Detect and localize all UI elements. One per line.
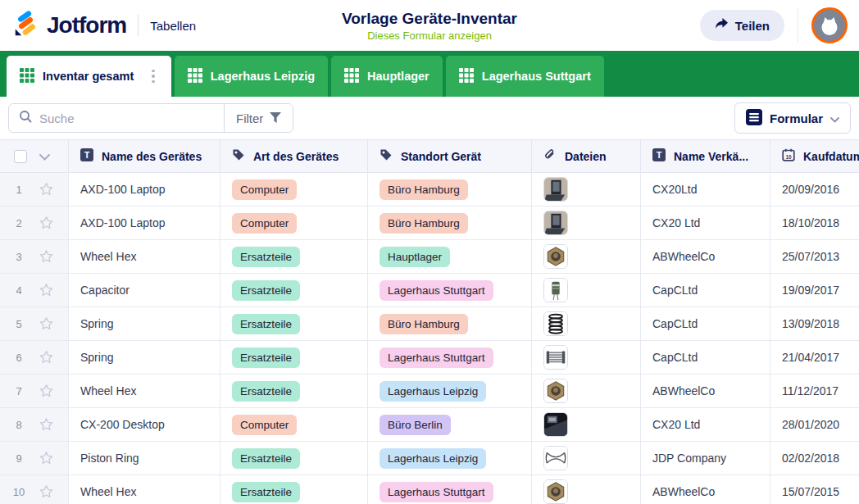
- cell-art[interactable]: Ersatzteile: [220, 240, 367, 273]
- star-icon[interactable]: [39, 316, 54, 331]
- cell-verkaeufer[interactable]: CapCLtd: [640, 274, 770, 306]
- star-icon[interactable]: [39, 249, 54, 264]
- cell-kaufdatum[interactable]: 19/09/2017: [770, 274, 859, 306]
- cell-kaufdatum[interactable]: 15/07/2015: [770, 475, 859, 504]
- cell-standort[interactable]: Büro Hamburg: [367, 173, 531, 206]
- cell-standort[interactable]: Lagerhaus Leipzig: [367, 442, 531, 474]
- cell-art[interactable]: Ersatzteile: [220, 475, 367, 504]
- cell-name[interactable]: Piston Ring: [68, 442, 220, 474]
- column-header-art-des-ger-tes[interactable]: Art des Gerätes: [220, 140, 367, 172]
- cell-kaufdatum[interactable]: 20/09/2016: [770, 173, 859, 206]
- cell-kaufdatum[interactable]: 13/09/2018: [770, 307, 859, 340]
- cell-standort[interactable]: Hauptlager: [367, 240, 531, 273]
- cell-standort[interactable]: Lagerhaus Stuttgart: [367, 274, 531, 306]
- cell-name[interactable]: Wheel Hex: [68, 375, 220, 407]
- cell-verkaeufer[interactable]: CX20Ltd: [640, 173, 770, 206]
- cell-standort[interactable]: Lagerhaus Stuttgart: [367, 341, 531, 374]
- cell-kaufdatum[interactable]: 21/04/2017: [770, 341, 859, 374]
- cell-kaufdatum[interactable]: 25/07/2013: [770, 240, 859, 273]
- cell-kaufdatum[interactable]: 11/12/2017: [770, 375, 859, 407]
- hex-nut-photo[interactable]: [543, 379, 568, 403]
- star-icon[interactable]: [39, 417, 54, 432]
- user-avatar[interactable]: [811, 7, 848, 43]
- cell-dateien[interactable]: [531, 475, 640, 504]
- column-header-name-verk-[interactable]: TName Verkä...: [640, 140, 770, 172]
- cell-standort[interactable]: Büro Hamburg: [367, 307, 531, 340]
- share-button[interactable]: Teilen: [700, 10, 784, 41]
- cell-verkaeufer[interactable]: ABWheelCo: [640, 240, 770, 273]
- cell-name[interactable]: Spring: [68, 307, 220, 340]
- cell-dateien[interactable]: [531, 341, 640, 374]
- cell-dateien[interactable]: [531, 375, 640, 407]
- cell-verkaeufer[interactable]: ABWheelCo: [640, 375, 770, 407]
- star-icon[interactable]: [39, 384, 54, 398]
- cell-standort[interactable]: Büro Berlin: [367, 408, 531, 441]
- cell-kaufdatum[interactable]: 28/01/2020: [770, 408, 859, 441]
- tab-menu-kebab-icon[interactable]: [148, 67, 158, 86]
- cell-name[interactable]: Wheel Hex: [68, 240, 220, 273]
- star-icon[interactable]: [39, 451, 54, 465]
- laptop-photo[interactable]: [543, 177, 568, 202]
- hex-nut-photo[interactable]: [543, 479, 568, 504]
- search-box[interactable]: [9, 104, 224, 132]
- jotform-logo[interactable]: Jotform: [11, 10, 126, 41]
- laptop-photo[interactable]: [543, 211, 568, 235]
- column-header-standort-ger-t[interactable]: Standort Gerät: [367, 140, 531, 172]
- cell-art[interactable]: Computer: [220, 408, 367, 441]
- cell-standort[interactable]: Lagerhaus Leipzig: [367, 375, 531, 407]
- cell-art[interactable]: Ersatzteile: [220, 341, 367, 374]
- view-form-link[interactable]: Dieses Formular anzeigen: [342, 30, 517, 42]
- cell-name[interactable]: CX-200 Desktop: [68, 408, 220, 441]
- tab-lagerhaus-suttgart[interactable]: Lagerhaus Suttgart: [446, 56, 604, 97]
- cell-dateien[interactable]: [531, 207, 640, 239]
- cell-verkaeufer[interactable]: CX20 Ltd: [640, 408, 770, 441]
- select-all-checkbox[interactable]: [14, 150, 27, 163]
- cell-name[interactable]: AXD-100 Laptop: [68, 173, 220, 206]
- cell-art[interactable]: Ersatzteile: [220, 442, 367, 474]
- cell-art[interactable]: Ersatzteile: [220, 274, 367, 306]
- search-input[interactable]: [39, 111, 214, 125]
- spring-photo[interactable]: [543, 311, 568, 336]
- form-view-button[interactable]: Formular: [734, 102, 851, 134]
- cell-verkaeufer[interactable]: CX20 Ltd: [640, 207, 770, 239]
- cell-name[interactable]: Wheel Hex: [68, 475, 220, 504]
- cell-art[interactable]: Ersatzteile: [220, 375, 367, 407]
- cell-dateien[interactable]: [531, 307, 640, 340]
- cell-kaufdatum[interactable]: 02/02/2018: [770, 442, 859, 474]
- filter-button[interactable]: Filter: [224, 104, 293, 132]
- cell-kaufdatum[interactable]: 18/10/2018: [770, 207, 859, 239]
- cell-dateien[interactable]: [531, 274, 640, 306]
- cell-dateien[interactable]: [531, 408, 640, 441]
- cell-dateien[interactable]: [531, 442, 640, 474]
- tab-lagerhaus-leipzig[interactable]: Lagerhaus Leipzig: [175, 56, 328, 97]
- column-header-kaufdatum[interactable]: 10Kaufdatum: [770, 140, 859, 172]
- cell-standort[interactable]: Büro Hamburg: [367, 207, 531, 239]
- cell-verkaeufer[interactable]: ABWheelCo: [640, 475, 770, 504]
- column-header-name-des-ger-tes[interactable]: TName des Gerätes: [68, 140, 220, 172]
- cell-name[interactable]: Spring: [68, 341, 220, 374]
- coil-photo[interactable]: [543, 345, 568, 370]
- cell-art[interactable]: Computer: [220, 207, 367, 239]
- hex-nut-photo[interactable]: [543, 244, 568, 269]
- capacitor-photo[interactable]: [543, 278, 568, 302]
- cell-art[interactable]: Ersatzteile: [220, 307, 367, 340]
- cell-standort[interactable]: Lagerhaus Stuttgart: [367, 475, 531, 504]
- tab-inventar-gesamt[interactable]: Inventar gesamt: [7, 56, 171, 97]
- cell-art[interactable]: Computer: [220, 173, 367, 206]
- star-icon[interactable]: [39, 283, 54, 297]
- desktop-photo[interactable]: [543, 412, 568, 437]
- cell-dateien[interactable]: [531, 173, 640, 206]
- cell-verkaeufer[interactable]: JDP Company: [640, 442, 770, 474]
- star-icon[interactable]: [39, 484, 54, 499]
- tab-hauptlager[interactable]: Hauptlager: [331, 56, 443, 97]
- star-icon[interactable]: [39, 350, 54, 365]
- collapse-chevron-icon[interactable]: [39, 150, 50, 163]
- cell-verkaeufer[interactable]: CapCLtd: [640, 307, 770, 340]
- cell-name[interactable]: Capacitor: [68, 274, 220, 306]
- star-icon[interactable]: [39, 182, 54, 197]
- star-icon[interactable]: [39, 216, 54, 230]
- cell-verkaeufer[interactable]: CapCLtd: [640, 341, 770, 374]
- cell-dateien[interactable]: [531, 240, 640, 273]
- column-header-dateien[interactable]: Dateien: [531, 140, 640, 172]
- cell-name[interactable]: AXD-100 Laptop: [68, 207, 220, 239]
